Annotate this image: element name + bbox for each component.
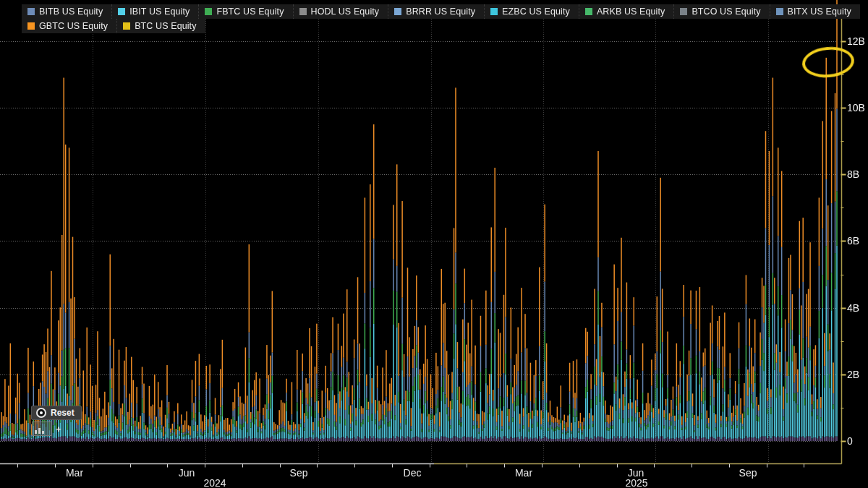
legend-swatch <box>118 8 125 15</box>
legend-item-bitb[interactable]: BITB US Equity <box>22 4 112 19</box>
legend-swatch <box>205 8 212 15</box>
legend-item-label: BITX US Equity <box>788 7 851 17</box>
y-axis-label-8b: 8B <box>847 168 859 180</box>
legend-swatch <box>27 22 35 30</box>
y-axis-label-2b: 2B <box>847 369 859 380</box>
legend-item-gbtc[interactable]: GBTC US Equity <box>22 19 117 33</box>
zoom-chart-icon <box>32 421 52 436</box>
legend-swatch <box>123 22 130 30</box>
legend-item-label: BRRR US Equity <box>406 7 475 17</box>
legend-item-btc[interactable]: BTC US Equity <box>117 19 205 33</box>
legend-item-label: BTCO US Equity <box>692 7 760 17</box>
legend-item-hodl[interactable]: HODL US Equity <box>294 4 389 19</box>
legend-item-label: BTC US Equity <box>135 21 196 31</box>
legend-swatch <box>776 8 783 15</box>
legend-item-label: IBIT US Equity <box>129 7 190 17</box>
y-axis-label-6b: 6B <box>847 235 859 247</box>
legend-swatch <box>490 8 498 15</box>
legend-item-bitx[interactable]: BITX US Equity <box>770 4 860 19</box>
x-axis-year-label: 2024 <box>203 477 226 488</box>
reset-button-label: Reset <box>51 408 75 418</box>
legend-swatch <box>299 8 307 15</box>
y-axis-label-4b: 4B <box>847 302 859 314</box>
reset-button[interactable]: Reset <box>31 406 82 420</box>
zoom-in-icon[interactable]: + <box>56 424 61 434</box>
reset-target-icon <box>36 408 46 418</box>
legend-item-label: EZBC US Equity <box>502 7 570 17</box>
zoom-tool-control[interactable]: + <box>32 421 61 436</box>
x-axis-month-label: Mar <box>66 467 83 479</box>
chart-legend: BITB US EquityIBIT US EquityFBTC US Equi… <box>22 4 846 33</box>
legend-item-fbtc[interactable]: FBTC US Equity <box>199 4 293 19</box>
bloomberg-volume-chart: BITB US EquityIBIT US EquityFBTC US Equi… <box>0 0 868 488</box>
x-axis-month-label: Dec <box>404 467 422 479</box>
legend-swatch <box>680 8 687 15</box>
y-axis-label-10b: 10B <box>847 102 865 114</box>
legend-item-label: FBTC US Equity <box>216 7 284 17</box>
legend-item-brrr[interactable]: BRRR US Equity <box>388 4 485 19</box>
x-axis-month-label: Sep <box>739 467 757 479</box>
legend-swatch <box>585 8 592 15</box>
legend-item-label: HODL US Equity <box>311 7 380 17</box>
x-axis-month-label: Mar <box>515 467 532 479</box>
legend-item-ezbc[interactable]: EZBC US Equity <box>485 4 579 19</box>
y-axis-label-0: 0 <box>847 435 853 447</box>
x-axis-year-label: 2025 <box>625 477 647 488</box>
legend-swatch <box>394 8 401 15</box>
legend-item-btco[interactable]: BTCO US Equity <box>674 4 770 19</box>
legend-item-label: ARKB US Equity <box>597 7 665 17</box>
x-axis-month-label: Sep <box>290 467 308 479</box>
x-axis-month-label: Jun <box>179 467 195 479</box>
legend-item-ibit[interactable]: IBIT US Equity <box>112 4 199 19</box>
legend-item-arkb[interactable]: ARKB US Equity <box>579 4 675 19</box>
chart-plot-area[interactable] <box>0 0 868 488</box>
legend-item-label: GBTC US Equity <box>39 21 108 31</box>
legend-item-label: BITB US Equity <box>39 7 103 17</box>
legend-swatch <box>27 8 35 15</box>
y-axis-label-12b: 12B <box>847 35 865 47</box>
